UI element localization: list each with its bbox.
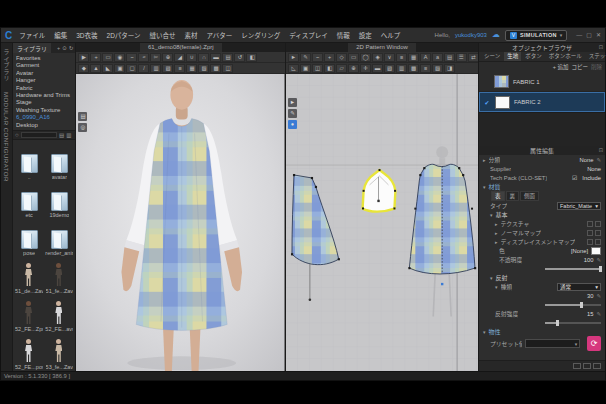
style-line-icon[interactable]: / [138, 64, 149, 73]
menu-item[interactable]: 3D衣装 [76, 30, 97, 40]
reflection-kind-dropdown[interactable]: 通常 ▾ [557, 283, 601, 291]
layout-split-icon[interactable] [583, 363, 591, 369]
list-view-icon[interactable]: ▥ [66, 132, 71, 138]
library-nav-item[interactable]: Hardware and Trims [16, 92, 76, 99]
text-icon[interactable]: A [420, 53, 431, 62]
material-section-header[interactable]: ▾ 材質 [479, 182, 605, 191]
menu-item[interactable]: 縫い合せ [150, 30, 176, 40]
edit-curve-icon[interactable]: ~ [312, 53, 323, 62]
face-tab[interactable]: 側面 [520, 191, 539, 201]
library-nav-item[interactable]: Hanger [16, 77, 76, 84]
stress-map-icon[interactable]: ▧ [198, 64, 209, 73]
menu-item[interactable]: レンダリング [241, 30, 280, 40]
search-input[interactable] [21, 132, 58, 138]
library-item[interactable]: 52_FE...pose [14, 332, 44, 370]
material-type-dropdown[interactable]: Fabric_Matte ▾ [557, 202, 601, 210]
menu-item[interactable]: 編集 [54, 30, 67, 40]
fold-arrange-icon[interactable]: ◢ [174, 53, 185, 62]
pressure-map-icon[interactable]: ◫ [222, 64, 233, 73]
basic-section-header[interactable]: ▾ 基本 [479, 210, 605, 219]
add-fabric-button[interactable]: + 追加 [553, 63, 569, 71]
expand-icon[interactable]: ▸ [495, 239, 498, 245]
edit-pencil-icon[interactable]: ✎ [596, 293, 601, 299]
object-browser-tab[interactable]: ステッチ [586, 51, 606, 61]
include-checkbox[interactable]: ☑ [572, 175, 577, 181]
fabric-view-icon[interactable]: ▧ [432, 64, 443, 73]
rail-tab-modular-configurator[interactable]: MODULAR CONFIGURATOR [3, 92, 9, 182]
FABRIC 2[interactable]: ✔ FABRIC 2 [479, 92, 605, 112]
scissors-icon[interactable]: ✂ [150, 53, 161, 62]
pattern-canvas[interactable]: ►✎● [286, 74, 478, 371]
seam-allowance-icon[interactable]: ▱ [336, 64, 347, 73]
sim-2d-icon[interactable]: ● [288, 120, 297, 129]
fit-map-icon[interactable]: ▩ [210, 64, 221, 73]
library-item[interactable]: etc [14, 180, 44, 218]
grain-icon[interactable]: ▥ [150, 64, 161, 73]
intensity-slider[interactable] [545, 304, 601, 306]
segment-sew-icon[interactable]: ~ [126, 53, 137, 62]
internal-polygon-icon[interactable]: ▦ [408, 53, 419, 62]
layout-quad-icon[interactable] [593, 363, 601, 369]
show-seamline-icon[interactable]: ☰ [456, 53, 467, 62]
arrange-point-icon[interactable]: ▤ [222, 53, 233, 62]
object-browser-tab[interactable]: ボタン [522, 51, 545, 61]
library-nav-item[interactable]: Favorites [16, 55, 76, 62]
menu-item[interactable]: 情報 [337, 30, 350, 40]
print-layout-icon[interactable]: ▥ [396, 64, 407, 73]
simulation-dropdown-arrow-icon[interactable]: ▾ [560, 32, 563, 38]
fabric-swatch[interactable] [494, 75, 509, 88]
dart-icon[interactable]: ◈ [372, 53, 383, 62]
menu-item[interactable]: ヘルプ [381, 30, 401, 40]
menu-item[interactable]: ディスプレイ [289, 30, 328, 40]
menu-item[interactable]: 素材 [185, 30, 198, 40]
library-item[interactable]: 52_FE...Zprj [14, 294, 44, 332]
unfold-icon[interactable]: ◫ [312, 64, 323, 73]
measure-2d-icon[interactable]: ▬ [372, 64, 383, 73]
library-item[interactable]: pose [14, 218, 44, 256]
edit-pencil-icon[interactable]: ✎ [596, 257, 601, 263]
circle-icon[interactable]: ◯ [360, 53, 371, 62]
layout-single-icon[interactable] [573, 363, 581, 369]
library-item[interactable]: 19demo [44, 180, 74, 218]
color-swatch[interactable] [591, 247, 601, 255]
grid-icon[interactable]: ▩ [408, 64, 419, 73]
thickness-icon[interactable]: ≡ [174, 64, 185, 73]
project-file-tab[interactable]: 61_demo08(female).Zprj [140, 43, 222, 52]
pin-icon[interactable]: ◉ [114, 53, 125, 62]
expand-icon[interactable]: ▸ [495, 230, 498, 236]
edit-2d-icon[interactable]: ✎ [288, 109, 297, 118]
annotation-icon[interactable]: a [432, 53, 443, 62]
texture-view-icon[interactable]: ▨ [162, 64, 173, 73]
tack-icon[interactable]: ⊕ [162, 53, 173, 62]
view-gizmo-icon[interactable]: ▤ [78, 112, 87, 121]
object-browser-tab[interactable]: 生地 [504, 51, 521, 61]
cloud-sync-icon[interactable]: ☁ [492, 31, 500, 39]
physics-section-header[interactable]: ▾ 物性 [479, 327, 605, 336]
viewport-3d[interactable]: ▤◎ [76, 74, 285, 371]
normal-clear-icon[interactable] [595, 230, 601, 236]
notch-icon[interactable]: ∨ [384, 53, 395, 62]
trace-icon[interactable]: ◺ [288, 64, 299, 73]
pattern-pieces-canvas[interactable] [286, 74, 478, 371]
seam-icon[interactable]: ≡ [396, 53, 407, 62]
avatar-3d-render[interactable] [76, 74, 285, 371]
panel-corner-icon[interactable]: ⊡ [599, 44, 603, 50]
add-favorite-icon[interactable]: + [57, 45, 60, 51]
user-icon[interactable]: ⊙ [62, 45, 67, 51]
flatten-icon[interactable]: ◧ [246, 53, 257, 62]
FABRIC 1[interactable]: FABRIC 1 [479, 72, 605, 92]
expand-icon[interactable]: ▸ [495, 221, 498, 227]
edit-pencil-icon[interactable]: ✎ [596, 311, 601, 317]
symmetric-icon[interactable]: ◧ [324, 64, 335, 73]
rail-tab-library[interactable]: ライブラリ [2, 49, 11, 82]
library-nav-item[interactable]: Stage [16, 99, 76, 106]
sync-icon[interactable]: ⇄ [468, 53, 478, 62]
strain-map-icon[interactable]: ▦ [186, 64, 197, 73]
texture-edit-icon[interactable]: ▨ [384, 64, 395, 73]
texture-clear-icon[interactable] [595, 221, 601, 227]
menu-item[interactable]: 設定 [359, 30, 372, 40]
zoom-icon[interactable]: ⊕ [348, 64, 359, 73]
minimize-button[interactable]: — [576, 31, 582, 39]
library-nav-item[interactable]: Fabric [16, 85, 76, 92]
clo-set-connect-icon[interactable]: ⟳ [587, 336, 601, 351]
